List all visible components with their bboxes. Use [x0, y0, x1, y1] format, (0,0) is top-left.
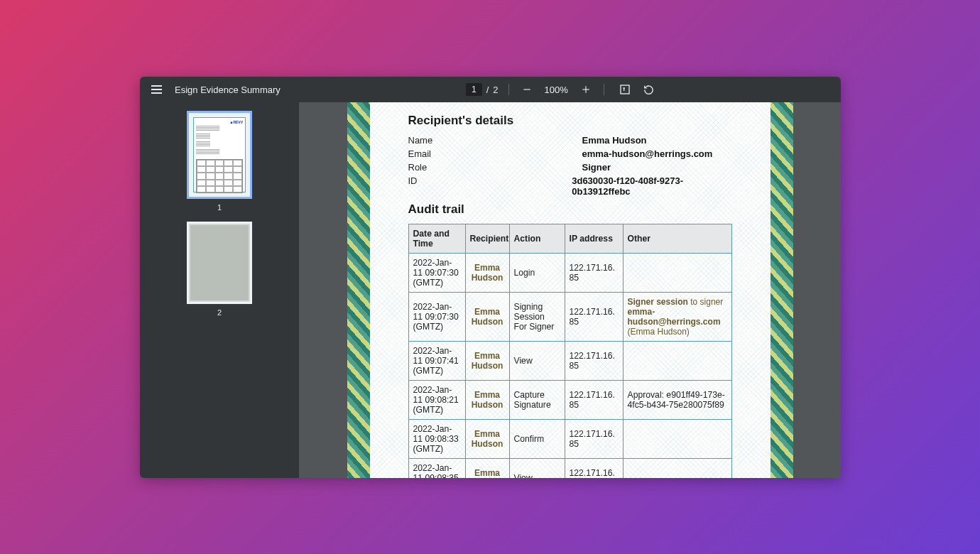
cell-date: 2022-Jan-11 09:08:21 (GMTZ): [408, 381, 465, 420]
cell-recipient: Emma Hudson: [465, 459, 509, 479]
revv-logo: REVV: [230, 120, 243, 124]
cell-action: View: [509, 342, 565, 381]
audit-trail-heading: Audit trail: [408, 202, 732, 217]
rotate-button[interactable]: [641, 82, 657, 97]
cell-recipient: Emma Hudson: [465, 342, 509, 381]
toolbar: Esign Evidence Summary 1 / 2 100%: [140, 77, 841, 102]
cell-other: [623, 254, 731, 293]
table-row: 2022-Jan-11 09:08:33 (GMTZ)Emma HudsonCo…: [408, 420, 731, 459]
cell-date: 2022-Jan-11 09:07:30 (GMTZ): [408, 293, 465, 342]
recipient-details-heading: Recipient's details: [408, 114, 732, 128]
cell-date: 2022-Jan-11 09:07:30 (GMTZ): [408, 254, 465, 293]
thumbnail-label: 1: [217, 203, 222, 212]
recipient-detail-row: Emailemma-hudson@herrings.com: [408, 148, 732, 159]
cell-other: Approval: e901ff49-173e-4fc5-b434-75e280…: [623, 381, 731, 420]
detail-label: Role: [408, 162, 582, 173]
document-title: Esign Evidence Summary: [175, 85, 281, 95]
zoom-out-button[interactable]: [519, 82, 535, 97]
page-separator: /: [486, 85, 489, 95]
cell-recipient: Emma Hudson: [465, 420, 509, 459]
page-current-input[interactable]: 1: [466, 83, 482, 96]
zoom-level: 100%: [545, 85, 568, 95]
cell-date: 2022-Jan-11 09:07:41 (GMTZ): [408, 342, 465, 381]
cell-ip: 122.171.16.85: [565, 381, 623, 420]
cell-date: 2022-Jan-11 09:08:35 (GMTZ): [408, 459, 465, 479]
thumbnail-sidebar: REVV 1: [140, 102, 299, 478]
recipient-detail-row: ID3d630030-f120-408f-9273-0b13912ffebc: [408, 175, 732, 197]
col-other: Other: [623, 224, 731, 254]
cell-other: [623, 342, 731, 381]
col-action: Action: [509, 224, 565, 254]
cell-recipient: Emma Hudson: [465, 293, 509, 342]
toolbar-divider: [508, 84, 509, 95]
thumbnail-page-2[interactable]: [187, 222, 252, 304]
detail-label: Name: [408, 135, 582, 146]
page-total: 2: [493, 85, 498, 95]
table-row: 2022-Jan-11 09:08:21 (GMTZ)Emma HudsonCa…: [408, 381, 731, 420]
table-row: 2022-Jan-11 09:07:30 (GMTZ)Emma HudsonSi…: [408, 293, 731, 342]
svg-rect-3: [621, 85, 629, 94]
cell-other: [623, 420, 731, 459]
menu-icon[interactable]: [148, 82, 165, 97]
table-header-row: Date and Time Recipient Action IP addres…: [408, 224, 731, 254]
svg-rect-5: [623, 87, 625, 88]
cell-action: View: [509, 459, 565, 479]
cell-date: 2022-Jan-11 09:08:33 (GMTZ): [408, 420, 465, 459]
col-ip: IP address: [565, 224, 623, 254]
table-row: 2022-Jan-11 09:07:41 (GMTZ)Emma HudsonVi…: [408, 342, 731, 381]
thumbnail-label: 2: [217, 308, 222, 317]
detail-value: Emma Hudson: [582, 135, 647, 146]
svg-rect-0: [523, 89, 530, 89]
table-row: 2022-Jan-11 09:08:35 (GMTZ)Emma HudsonVi…: [408, 459, 731, 479]
cell-other: Signer session to signeremma-hudson@herr…: [623, 293, 731, 342]
page-indicator: 1 / 2: [466, 83, 499, 96]
cell-ip: 122.171.16.85: [565, 420, 623, 459]
pdf-viewer: Esign Evidence Summary 1 / 2 100%: [140, 77, 841, 478]
detail-value: emma-hudson@herrings.com: [582, 148, 713, 159]
detail-label: Email: [408, 148, 582, 159]
table-row: 2022-Jan-11 09:07:30 (GMTZ)Emma HudsonLo…: [408, 254, 731, 293]
cell-ip: 122.171.16.85: [565, 342, 623, 381]
cell-action: Signing Session For Signer: [509, 293, 565, 342]
cell-other: [623, 459, 731, 479]
cell-ip: 122.171.16.85: [565, 293, 623, 342]
recipient-detail-row: NameEmma Hudson: [408, 135, 732, 146]
detail-value: 3d630030-f120-408f-9273-0b13912ffebc: [572, 175, 731, 197]
toolbar-divider: [604, 84, 604, 95]
recipient-detail-row: RoleSigner: [408, 162, 732, 173]
detail-value: Signer: [582, 162, 611, 173]
document-content-area[interactable]: Recipient's details NameEmma HudsonEmail…: [299, 102, 841, 478]
cell-recipient: Emma Hudson: [465, 254, 509, 293]
cell-action: Capture Signature: [509, 381, 565, 420]
svg-rect-2: [585, 86, 586, 92]
cell-ip: 122.171.16.85: [565, 459, 623, 479]
cell-action: Confirm: [509, 420, 565, 459]
thumbnail-page-1[interactable]: REVV: [187, 111, 252, 199]
zoom-in-button[interactable]: [578, 82, 594, 97]
fit-to-page-button[interactable]: [617, 82, 633, 97]
document-page: Recipient's details NameEmma HudsonEmail…: [347, 102, 793, 478]
cell-action: Login: [509, 254, 565, 293]
detail-label: ID: [408, 175, 572, 197]
cell-ip: 122.171.16.85: [565, 254, 623, 293]
col-date: Date and Time: [408, 224, 465, 254]
col-recipient: Recipient: [465, 224, 509, 254]
cell-recipient: Emma Hudson: [465, 381, 509, 420]
audit-trail-table: Date and Time Recipient Action IP addres…: [408, 224, 732, 478]
